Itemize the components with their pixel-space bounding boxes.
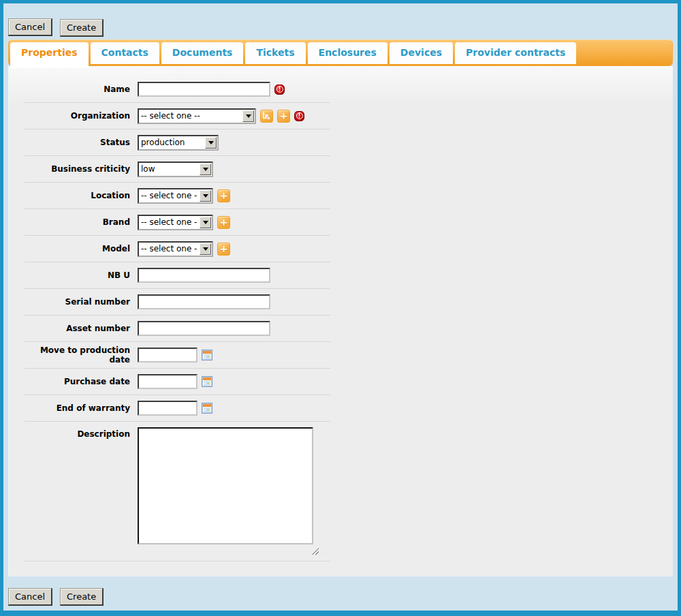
purchase-date-input[interactable] — [138, 374, 197, 389]
field-label-name: Name — [25, 84, 130, 94]
field-label-organization: Organization — [25, 111, 130, 121]
dropdown-arrow-icon[interactable] — [200, 164, 211, 175]
tab-documents[interactable]: Documents — [161, 42, 244, 64]
status-selected-value: production — [141, 138, 185, 147]
field-label-description: Description — [25, 427, 130, 439]
tab-provider-contracts[interactable]: Provider contracts — [455, 42, 576, 64]
calendar-icon[interactable] — [202, 350, 212, 360]
form-row-organization: Organization-- select one -- +! — [25, 103, 330, 129]
field-label-model: Model — [25, 244, 130, 253]
field-label-end-of-warranty: End of warranty — [25, 403, 130, 413]
field-area-organization: -- select one -- +! — [138, 108, 304, 124]
properties-tab-content: Name!Organization-- select one -- +!Stat… — [8, 66, 673, 576]
asset-number-input[interactable] — [138, 321, 270, 336]
cancel-button-top[interactable]: Cancel — [8, 18, 52, 36]
dropdown-arrow-icon[interactable] — [200, 243, 211, 255]
tab-devices[interactable]: Devices — [390, 42, 453, 64]
field-area-location: -- select one --+ — [138, 188, 230, 204]
field-area-description — [138, 427, 313, 547]
form-row-model: Model-- select one --+ — [25, 236, 330, 262]
move-to-production-date-input[interactable] — [138, 348, 197, 363]
create-form: Name!Organization-- select one -- +!Stat… — [25, 76, 330, 561]
brand-select[interactable]: -- select one -- — [138, 215, 213, 230]
cancel-button-bottom[interactable]: Cancel — [8, 588, 52, 606]
tab-contacts[interactable]: Contacts — [91, 42, 159, 64]
field-label-business-criticity: Business criticity — [25, 164, 130, 174]
form-row-serial-number: Serial number — [25, 289, 330, 315]
form-row-end-of-warranty: End of warranty — [25, 395, 330, 422]
field-label-location: Location — [25, 191, 130, 200]
add-model-button[interactable]: + — [217, 243, 230, 256]
form-row-location: Location-- select one --+ — [25, 183, 330, 209]
tab-properties[interactable]: Properties — [10, 42, 89, 68]
mandatory-field-icon: ! — [294, 111, 304, 121]
field-area-nb-u — [138, 268, 270, 283]
field-label-nb-u: NB U — [25, 271, 130, 280]
organization-selected-value: -- select one -- — [141, 111, 200, 121]
dropdown-arrow-icon[interactable] — [205, 137, 217, 149]
calendar-icon[interactable] — [202, 403, 212, 414]
form-row-move-to-production-date: Move to production date — [25, 342, 330, 369]
location-select[interactable]: -- select one -- — [138, 188, 213, 204]
description-textarea-wrap — [138, 427, 313, 547]
add-organization-button[interactable]: + — [277, 110, 290, 123]
create-button-top[interactable]: Create — [60, 19, 104, 37]
status-select[interactable]: production — [138, 135, 219, 151]
field-area-move-to-production-date — [138, 348, 212, 363]
form-row-status: Statusproduction — [25, 129, 330, 156]
mandatory-field-icon: ! — [274, 84, 285, 95]
create-button-bottom[interactable]: Create — [60, 588, 104, 606]
organization-select[interactable]: -- select one -- — [138, 108, 256, 124]
field-label-brand: Brand — [25, 217, 130, 227]
end-of-warranty-input[interactable] — [138, 401, 197, 416]
form-row-name: Name! — [25, 76, 330, 103]
calendar-icon[interactable] — [202, 376, 212, 387]
name-input[interactable] — [138, 82, 270, 97]
resize-handle-icon[interactable] — [312, 548, 319, 555]
field-area-brand: -- select one --+ — [138, 215, 230, 230]
model-selected-value: -- select one -- — [141, 244, 197, 253]
field-label-serial-number: Serial number — [25, 297, 130, 307]
business-criticity-selected-value: low — [141, 164, 155, 174]
field-area-business-criticity: low — [138, 161, 213, 177]
dropdown-arrow-icon[interactable] — [242, 110, 254, 122]
location-selected-value: -- select one -- — [141, 191, 197, 200]
field-label-move-to-production-date: Move to production date — [25, 345, 130, 365]
dropdown-arrow-icon[interactable] — [200, 190, 211, 202]
form-row-purchase-date: Purchase date — [25, 369, 330, 395]
description-textarea[interactable] — [138, 427, 313, 544]
add-location-button[interactable]: + — [217, 189, 230, 202]
form-row-business-criticity: Business criticitylow — [25, 156, 330, 183]
tab-tickets[interactable]: Tickets — [245, 42, 305, 64]
brand-selected-value: -- select one -- — [141, 217, 197, 227]
form-row-asset-number: Asset number — [25, 315, 330, 342]
tab-enclosures[interactable]: Enclosures — [308, 42, 387, 64]
browse-hierarchy-button[interactable] — [260, 110, 273, 123]
field-area-asset-number — [138, 321, 270, 336]
field-label-asset-number: Asset number — [25, 324, 130, 333]
field-area-serial-number — [138, 294, 270, 309]
field-label-purchase-date: Purchase date — [25, 377, 130, 386]
field-label-status: Status — [25, 138, 130, 147]
tab-bar: PropertiesContactsDocumentsTicketsEnclos… — [8, 40, 673, 66]
exclamation-glyph: ! — [296, 112, 303, 119]
field-area-name: ! — [138, 82, 285, 97]
exclamation-glyph: ! — [276, 86, 283, 93]
serial-number-input[interactable] — [138, 294, 270, 309]
nb-u-input[interactable] — [138, 268, 270, 283]
business-criticity-select[interactable]: low — [138, 161, 213, 177]
field-area-end-of-warranty — [138, 401, 212, 416]
field-area-model: -- select one --+ — [138, 241, 230, 257]
dropdown-arrow-icon[interactable] — [200, 217, 211, 228]
add-brand-button[interactable]: + — [217, 216, 230, 229]
form-row-description: Description — [25, 422, 330, 561]
form-row-nb-u: NB U — [25, 262, 330, 289]
field-area-status: production — [138, 135, 219, 151]
model-select[interactable]: -- select one -- — [138, 241, 213, 257]
field-area-purchase-date — [138, 374, 212, 389]
form-row-brand: Brand-- select one --+ — [25, 209, 330, 236]
